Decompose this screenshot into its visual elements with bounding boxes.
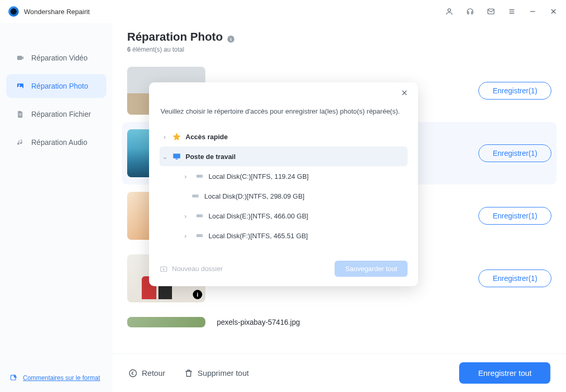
headset-icon[interactable] bbox=[466, 7, 474, 16]
save-item-button[interactable]: Enregistrer(1) bbox=[478, 144, 551, 162]
filename: pexels-pixabay-57416.jpg bbox=[217, 318, 551, 326]
save-all-button[interactable]: Enregistrer tout bbox=[459, 362, 550, 384]
disk-icon bbox=[191, 191, 200, 201]
sidebar-item-label: Réparation Fichier bbox=[31, 110, 91, 118]
tree-quick-access[interactable]: › Accès rapide bbox=[159, 127, 408, 146]
sidebar-item-audio[interactable]: Réparation Audio bbox=[6, 130, 106, 154]
back-label: Retour bbox=[142, 369, 165, 377]
tree-label: Local Disk(F:)[NTFS, 465.51 GB] bbox=[208, 232, 308, 240]
new-folder-label: Nouveau dossier bbox=[172, 265, 223, 273]
back-button[interactable]: Retour bbox=[128, 369, 165, 378]
app-logo-icon bbox=[8, 6, 19, 17]
video-icon bbox=[16, 53, 25, 63]
close-icon[interactable] bbox=[549, 7, 558, 16]
save-item-button[interactable]: Enregistrer(1) bbox=[478, 82, 551, 100]
content-header: Réparation Photo 6 élément(s) au total bbox=[113, 23, 566, 57]
modal-close-button[interactable] bbox=[400, 89, 411, 99]
list-item[interactable]: pexels-pixabay-57416.jpg bbox=[126, 310, 552, 335]
footer: Retour Supprimer tout Enregistrer tout bbox=[113, 353, 566, 392]
file-icon bbox=[16, 109, 25, 119]
back-arrow-icon bbox=[128, 369, 138, 378]
tree-disk-e[interactable]: › Local Disk(E:)[NTFS, 466.00 GB] bbox=[159, 206, 408, 226]
disk-icon bbox=[195, 211, 204, 220]
svg-point-14 bbox=[197, 195, 198, 196]
menu-icon[interactable] bbox=[508, 7, 516, 16]
feedback-link[interactable]: Commentaires sur le format bbox=[0, 366, 113, 392]
chevron-right-icon: › bbox=[182, 212, 189, 220]
sidebar-item-label: Réparation Audio bbox=[31, 138, 87, 146]
item-info: pexels-pixabay-57416.jpg bbox=[217, 318, 551, 326]
tree-label: Accès rapide bbox=[186, 133, 228, 141]
svg-point-4 bbox=[19, 84, 20, 86]
save-item-button[interactable]: Enregistrer(1) bbox=[478, 270, 551, 287]
minimize-icon[interactable] bbox=[528, 7, 537, 16]
sidebar-item-label: Réparation Photo bbox=[31, 82, 88, 90]
trash-icon bbox=[184, 369, 193, 378]
tree-disk-d[interactable]: Local Disk(D:)[NTFS, 298.09 GB] bbox=[159, 186, 408, 206]
svg-point-8 bbox=[129, 370, 137, 377]
modal-save-button[interactable]: Sauvegarder tout bbox=[335, 261, 408, 277]
delete-all-label: Supprimer tout bbox=[198, 369, 249, 377]
modal-body: Veuillez choisir le répertoire d'accès p… bbox=[149, 82, 418, 253]
svg-point-18 bbox=[201, 235, 202, 236]
page-title-text: Réparation Photo bbox=[127, 30, 223, 44]
svg-point-0 bbox=[448, 9, 450, 11]
titlebar-actions bbox=[445, 7, 558, 16]
chevron-right-icon: › bbox=[182, 232, 189, 240]
titlebar: Wondershare Repairit bbox=[0, 0, 566, 23]
photo-icon bbox=[16, 81, 25, 91]
modal-prompt: Veuillez choisir le répertoire d'accès p… bbox=[159, 107, 408, 115]
thumbnail[interactable] bbox=[127, 317, 205, 327]
sidebar-item-video[interactable]: Réparation Vidéo bbox=[6, 46, 106, 70]
mail-icon[interactable] bbox=[487, 7, 495, 16]
chevron-down-icon: ⌄ bbox=[162, 153, 168, 161]
monitor-icon bbox=[172, 152, 181, 161]
svg-rect-2 bbox=[17, 56, 22, 60]
tree-this-pc[interactable]: ⌄ Poste de travail bbox=[159, 146, 408, 166]
sidebar-item-label: Réparation Vidéo bbox=[31, 54, 88, 62]
svg-point-12 bbox=[201, 176, 202, 176]
sidebar-item-file[interactable]: Réparation Fichier bbox=[6, 102, 106, 126]
delete-all-button[interactable]: Supprimer tout bbox=[184, 369, 249, 378]
chevron-right-icon: › bbox=[182, 173, 189, 180]
svg-point-16 bbox=[201, 215, 202, 216]
info-icon[interactable] bbox=[227, 33, 235, 41]
chevron-right-icon: › bbox=[162, 133, 168, 141]
save-item-button[interactable]: Enregistrer(1) bbox=[478, 207, 551, 225]
audio-icon bbox=[16, 138, 25, 147]
footer-left: Retour Supprimer tout bbox=[128, 369, 249, 378]
disk-icon bbox=[195, 172, 204, 181]
item-count: 6 bbox=[127, 46, 131, 53]
svg-rect-1 bbox=[488, 9, 494, 14]
folder-tree: › Accès rapide ⌄ Poste de travail › Loca… bbox=[159, 127, 408, 246]
titlebar-left: Wondershare Repairit bbox=[8, 6, 90, 17]
feedback-icon bbox=[9, 374, 18, 385]
sidebar-item-photo[interactable]: Réparation Photo bbox=[6, 74, 106, 98]
user-icon[interactable] bbox=[445, 7, 453, 16]
tree-disk-c[interactable]: › Local Disk(C:)[NTFS, 119.24 GB] bbox=[159, 166, 408, 186]
svg-rect-9 bbox=[173, 154, 180, 158]
app-title: Wondershare Repairit bbox=[24, 8, 90, 16]
tree-label: Local Disk(C:)[NTFS, 119.24 GB] bbox=[208, 173, 309, 180]
thumb-badge: i bbox=[193, 290, 202, 299]
tree-label: Local Disk(E:)[NTFS, 466.00 GB] bbox=[208, 212, 308, 220]
page-title: Réparation Photo bbox=[127, 30, 551, 44]
tree-label: Local Disk(D:)[NTFS, 298.09 GB] bbox=[204, 192, 304, 200]
count-suffix: élément(s) au total bbox=[131, 46, 184, 53]
modal-footer: Nouveau dossier Sauvegarder tout bbox=[149, 253, 418, 286]
star-icon bbox=[172, 132, 181, 141]
new-folder-button[interactable]: Nouveau dossier bbox=[159, 265, 223, 273]
svg-rect-10 bbox=[176, 159, 178, 160]
sidebar: Réparation Vidéo Réparation Photo Répara… bbox=[0, 23, 113, 392]
save-location-modal: Veuillez choisir le répertoire d'accès p… bbox=[149, 82, 418, 286]
tree-disk-f[interactable]: › Local Disk(F:)[NTFS, 465.51 GB] bbox=[159, 226, 408, 246]
new-folder-icon bbox=[159, 265, 168, 273]
subtitle: 6 élément(s) au total bbox=[127, 46, 551, 53]
spacer bbox=[0, 156, 113, 366]
tree-label: Poste de travail bbox=[186, 153, 236, 161]
disk-icon bbox=[195, 231, 204, 240]
feedback-label: Commentaires sur le format bbox=[23, 374, 100, 383]
